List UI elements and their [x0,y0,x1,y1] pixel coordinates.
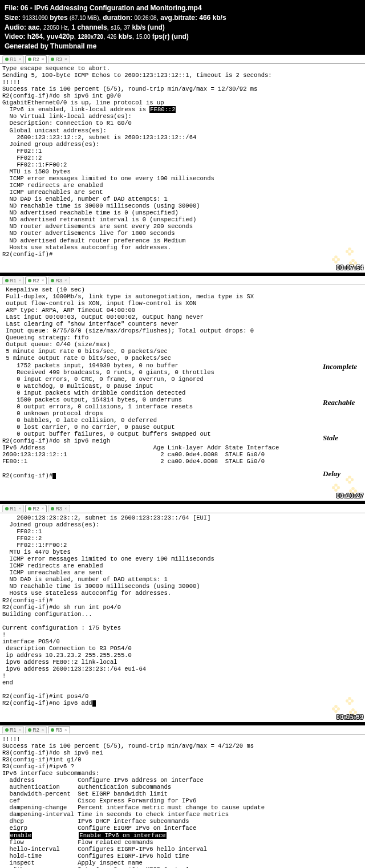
close-icon[interactable]: × [19,506,22,511]
terminal-text: !!!!! Success rate is 100 percent (5/5),… [2,736,265,839]
status-dot-icon [5,58,9,61]
avgbitrate-val: 466 kb/s [199,14,226,22]
highlighted-desc: Enable IPv6 on interface [79,832,166,839]
metadata-header: File: 06 - IPv6 Addressing Configuration… [0,0,365,55]
close-icon[interactable]: × [42,727,44,732]
status-dot-icon [51,279,54,282]
svg-point-9 [335,258,337,261]
tab-bar-1: R1× R2× R3× [0,55,365,64]
tab-bar-4: R1× R2× R3× [0,725,365,735]
status-dot-icon [51,507,54,510]
duration-label: duration: [103,14,132,22]
terminal-pane-4[interactable]: !!!!! Success rate is 100 percent (5/5),… [0,735,365,868]
audio-und: (und) [148,23,165,31]
highlighted-command: enable [10,832,33,839]
cursor-icon [52,473,56,479]
svg-point-19 [348,478,351,481]
audio-label: Audio: [5,23,26,31]
tab-r1[interactable]: R1× [2,277,24,284]
highlighted-address: FE80::2 [149,106,176,113]
terminal-text: No Virtual link-local address(es): Descr… [2,113,214,257]
status-dot-icon [5,279,9,282]
timestamp: 00:15:39 [336,714,364,721]
audio-hz: 22050 Hz [43,25,68,31]
close-icon[interactable]: × [42,56,44,62]
tab-r3[interactable]: R3× [48,726,70,733]
fps-word: fps(r) [152,33,170,40]
audio-codec: aac [28,23,39,31]
status-dot-icon [5,728,9,732]
size-bytes: 91331090 [22,15,48,21]
avgbitrate-label: avg.bitrate: [160,14,197,22]
tab-r3[interactable]: R3× [48,505,70,512]
close-icon[interactable]: × [42,278,44,283]
generated-by: Generated by Thumbnail me [5,42,96,50]
terminal-text: Type escape sequence to abort. Sending 5… [2,65,272,113]
svg-point-39 [335,707,337,709]
tab-bar-3: R1× R2× R3× [0,504,365,513]
terminal-text: Keepalive set (10 sec) Full-duplex, 1000… [2,286,279,479]
svg-point-44 [352,711,354,713]
status-dot-icon [28,507,31,510]
terminal-text: 2600:123:23:23::2, subnet is 2600:123:23… [2,514,214,707]
video-label: Video: [5,33,25,40]
timestamp: 00:07:54 [336,265,364,271]
tab-r1[interactable]: R1× [2,505,24,512]
video-codec: h264 [27,33,43,40]
tab-r1[interactable]: R1× [2,55,24,63]
video-kbs: 426 [107,34,117,40]
terminal-text: flow Flow related commands hello-interva… [2,839,240,868]
video-pix: yuv420p [47,33,74,40]
close-icon[interactable]: × [19,278,22,283]
audio-s16: s16 [111,25,120,31]
tab-r1[interactable]: R1× [2,726,24,733]
bytes-word: bytes [50,14,67,22]
timestamp: 00:10:27 [336,493,364,500]
tab-r2[interactable]: R2× [25,726,47,733]
close-icon[interactable]: × [64,278,67,283]
file-label: File: [5,4,19,12]
tab-r3[interactable]: R3× [48,55,70,63]
svg-point-34 [348,699,351,701]
status-dot-icon [51,58,54,61]
svg-point-29 [352,490,354,492]
tab-r2[interactable]: R2× [25,505,47,512]
close-icon[interactable]: × [64,506,67,511]
size-mib: (87.10 MiB) [70,15,99,21]
close-icon[interactable]: × [64,56,67,62]
video-fps: 15.00 [136,34,150,40]
terminal-pane-2[interactable]: Keepalive set (10 sec) Full-duplex, 1000… [0,285,365,504]
size-label: Size: [5,14,21,22]
cursor-icon [92,700,96,707]
video-und: (und) [172,33,189,40]
audio-ch: 1 channels [72,23,107,31]
duration-val: 00:26:08 [135,15,157,21]
close-icon[interactable]: × [42,506,44,511]
status-dot-icon [28,728,31,732]
svg-point-24 [335,486,337,489]
video-res: 1280x720 [78,34,104,40]
status-dot-icon [28,279,31,282]
file-name: 06 - IPv6 Addressing Configuration and M… [21,4,202,12]
status-dot-icon [5,507,9,510]
tab-r2[interactable]: R2× [25,277,47,284]
status-dot-icon [51,728,54,732]
tab-r3[interactable]: R3× [48,277,70,284]
tab-bar-2: R1× R2× R3× [0,276,365,285]
close-icon[interactable]: × [64,727,67,732]
close-icon[interactable]: × [19,56,22,62]
svg-point-14 [352,262,354,264]
kbs-word: kb/s [132,23,146,31]
svg-point-4 [348,250,351,253]
video-kbs-word: kb/s [119,33,132,40]
status-dot-icon [28,58,31,61]
close-icon[interactable]: × [19,727,22,732]
terminal-pane-3[interactable]: 2600:123:23:23::2, subnet is 2600:123:23… [0,513,365,725]
audio-kbs: 37 [124,25,130,31]
terminal-pane-1[interactable]: Type escape sequence to abort. Sending 5… [0,64,365,276]
tab-r2[interactable]: R2× [25,55,47,63]
